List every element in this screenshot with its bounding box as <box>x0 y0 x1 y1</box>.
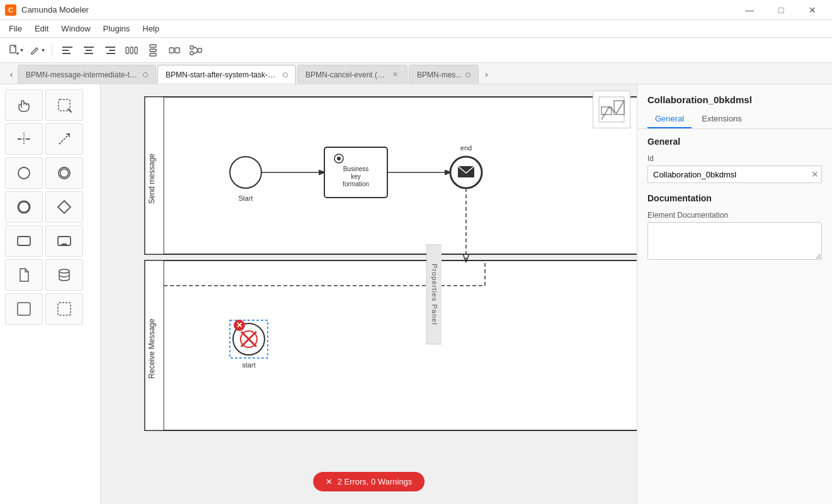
edit-button[interactable]: ▾ <box>26 41 47 60</box>
svg-rect-8 <box>109 50 115 51</box>
svg-point-30 <box>59 269 69 273</box>
new-file-button[interactable]: ▾ <box>5 41 25 60</box>
start-event-tool[interactable] <box>5 157 43 189</box>
tab-1[interactable]: BPMN-start-after-system-task-by-received… <box>157 65 296 84</box>
hand-tool-button[interactable] <box>5 89 43 121</box>
svg-rect-15 <box>150 53 156 56</box>
group-tool[interactable] <box>5 293 43 325</box>
svg-point-23 <box>18 167 30 179</box>
resize-button[interactable] <box>164 41 185 60</box>
tool-row-3 <box>5 157 95 189</box>
menu-plugins[interactable]: Plugins <box>97 21 137 36</box>
prop-id-field[interactable] <box>653 166 804 182</box>
lasso-tool-button[interactable] <box>45 89 83 121</box>
toolbar: ▾ ▾ <box>0 38 832 63</box>
app-title: Camunda Modeler <box>21 5 735 14</box>
tool-palette <box>0 84 101 504</box>
minimap[interactable] <box>593 91 630 128</box>
svg-rect-13 <box>150 45 156 47</box>
tab-0-label: BPMN-message-intermediate-throw-event.bp… <box>26 70 139 79</box>
svg-rect-19 <box>190 52 193 55</box>
svg-rect-29 <box>62 244 67 246</box>
svg-rect-31 <box>18 303 30 315</box>
svg-point-26 <box>18 201 30 213</box>
svg-rect-5 <box>86 50 92 51</box>
prop-section-general: General <box>647 137 822 147</box>
svg-rect-42 <box>324 147 387 198</box>
prop-tab-extensions[interactable]: Extensions <box>694 110 749 128</box>
gateway-tool[interactable] <box>45 191 83 223</box>
svg-rect-14 <box>150 49 156 52</box>
prop-id-clear[interactable]: ✕ <box>811 169 819 179</box>
prop-label-id: Id <box>647 154 822 163</box>
tab-2[interactable]: BPMN-cancel-event (2).bpmn ✕ <box>297 65 407 84</box>
tab-prev-button[interactable]: ‹ <box>5 65 18 84</box>
svg-rect-9 <box>106 53 115 54</box>
svg-text:Receive Message: Receive Message <box>147 318 156 379</box>
intermediate-event-tool[interactable] <box>45 157 83 189</box>
tab-2-label: BPMN-cancel-event (2).bpmn <box>305 70 387 79</box>
toolbar-group-file: ▾ ▾ <box>5 41 47 60</box>
tab-next-button[interactable]: › <box>480 65 493 84</box>
align-right-button[interactable] <box>100 41 120 60</box>
end-event-tool[interactable] <box>5 191 43 223</box>
tab-3[interactable]: BPMN-mes... <box>409 65 479 84</box>
svg-text:Business: Business <box>343 165 369 172</box>
data-store-tool[interactable] <box>45 259 83 291</box>
svg-rect-12 <box>135 47 137 53</box>
prop-section-documentation: Documentation <box>647 193 822 203</box>
svg-rect-33 <box>145 97 637 254</box>
properties-panel-toggle[interactable]: Properties Panel <box>426 244 442 344</box>
prop-tab-general[interactable]: General <box>647 110 692 128</box>
align-center-button[interactable] <box>79 41 99 60</box>
svg-rect-20 <box>198 48 202 52</box>
space-tool-button[interactable] <box>5 123 43 155</box>
tab-3-indicator <box>465 72 470 77</box>
properties-tabs: General Extensions <box>637 110 832 129</box>
prop-docs-textarea[interactable] <box>647 222 822 260</box>
maximize-button[interactable]: □ <box>766 0 795 20</box>
menu-edit[interactable]: Edit <box>28 21 55 36</box>
error-text: 2 Errors, 0 Warnings <box>338 477 413 486</box>
data-object-tool[interactable] <box>5 259 43 291</box>
svg-rect-32 <box>58 303 71 315</box>
text-annotation-tool[interactable] <box>45 293 83 325</box>
prop-input-id[interactable]: ✕ <box>647 165 822 183</box>
svg-rect-4 <box>84 47 94 48</box>
error-banner[interactable]: ✕ 2 Errors, 0 Warnings <box>313 472 425 491</box>
prop-field-docs: Element Documentation <box>647 211 822 262</box>
align-left-button[interactable] <box>57 41 77 60</box>
canvas-area[interactable]: Send message Receive Message Start Busin… <box>101 84 637 504</box>
svg-rect-10 <box>126 47 128 53</box>
properties-body: General Id ✕ Documentation Element Docum… <box>637 129 832 504</box>
svg-rect-3 <box>62 53 71 54</box>
tab-2-close[interactable]: ✕ <box>391 69 399 80</box>
toolbar-group-align <box>57 41 206 60</box>
window-controls: — □ ✕ <box>735 0 827 20</box>
tab-0[interactable]: BPMN-message-intermediate-throw-event.bp… <box>18 65 156 84</box>
svg-text:start: start <box>242 361 255 369</box>
close-button[interactable]: ✕ <box>798 0 827 20</box>
connect-tool-button[interactable] <box>45 123 83 155</box>
svg-point-25 <box>60 169 69 177</box>
distribute-h-button[interactable] <box>122 41 142 60</box>
svg-text:Start: Start <box>238 194 253 202</box>
auto-layout-button[interactable] <box>186 41 206 60</box>
minimize-button[interactable]: — <box>735 0 764 20</box>
svg-rect-11 <box>130 47 133 53</box>
svg-text:key: key <box>351 173 361 180</box>
error-icon: ✕ <box>326 477 333 486</box>
prop-label-docs: Element Documentation <box>647 211 822 220</box>
tab-3-label: BPMN-mes... <box>417 70 462 79</box>
menu-window[interactable]: Window <box>55 21 96 36</box>
tool-row-1 <box>5 89 95 121</box>
main-layout: Send message Receive Message Start Busin… <box>0 84 832 504</box>
tool-row-5 <box>5 225 95 257</box>
menu-file[interactable]: File <box>3 21 28 36</box>
distribute-v-button[interactable] <box>143 41 163 60</box>
task-tool[interactable] <box>5 225 43 257</box>
svg-point-39 <box>230 157 261 188</box>
menu-help[interactable]: Help <box>136 21 166 36</box>
subprocess-tool[interactable] <box>45 225 83 257</box>
svg-text:✕: ✕ <box>236 321 242 330</box>
